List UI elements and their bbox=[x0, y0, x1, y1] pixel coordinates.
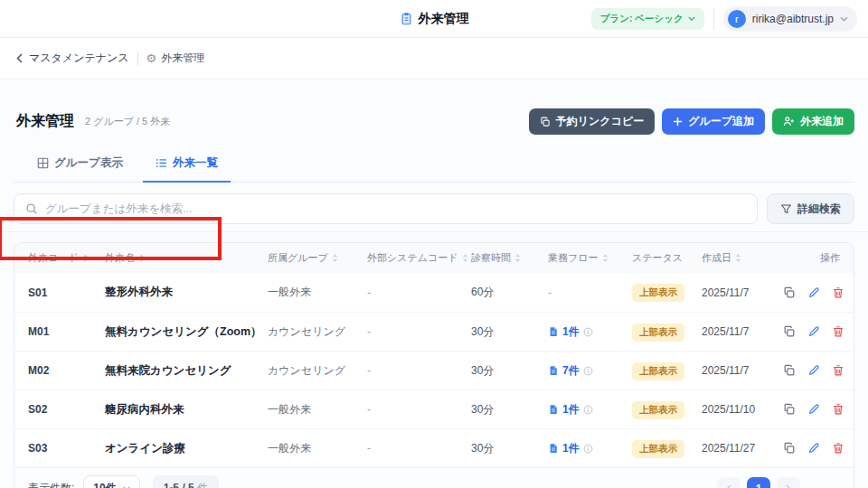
search-box bbox=[14, 193, 758, 224]
copy-row-button[interactable] bbox=[783, 364, 796, 377]
prev-page-button[interactable] bbox=[717, 477, 741, 488]
document-icon bbox=[548, 443, 559, 454]
cell-workflow[interactable]: 1件 bbox=[548, 402, 632, 418]
delete-row-button[interactable] bbox=[832, 403, 844, 416]
grid-icon bbox=[37, 157, 49, 169]
plan-label: プラン: ベーシック bbox=[600, 13, 684, 25]
header-workflow[interactable]: 業務フロー bbox=[548, 251, 632, 265]
tab-outpatient-list-label: 外来一覧 bbox=[173, 155, 218, 171]
header-outpatient-code[interactable]: 外来コード bbox=[28, 251, 105, 265]
copy-reservation-link-label: 予約リンクコピー bbox=[556, 114, 644, 129]
cell-created: 2025/11/7 bbox=[702, 325, 783, 338]
delete-row-button[interactable] bbox=[832, 364, 844, 377]
header-outpatient-name[interactable]: 外来名 bbox=[105, 251, 268, 265]
cell-duration: 60分 bbox=[471, 285, 548, 300]
filter-funnel-icon bbox=[780, 203, 792, 215]
cell-code: M02 bbox=[28, 364, 105, 377]
breadcrumb-back-label: マスタメンテナンス bbox=[29, 51, 129, 66]
cell-created: 2025/11/10 bbox=[702, 403, 783, 416]
edit-row-button[interactable] bbox=[807, 442, 820, 455]
info-icon bbox=[583, 405, 593, 415]
table-footer: 表示件数: 10件 1-5 / 5 件 1 bbox=[14, 467, 854, 488]
copy-reservation-link-button[interactable]: 予約リンクコピー bbox=[529, 108, 655, 135]
info-icon bbox=[583, 327, 593, 337]
breadcrumb-current: ⚙ 外来管理 bbox=[146, 51, 205, 66]
chevron-left-icon bbox=[16, 53, 23, 63]
edit-row-button[interactable] bbox=[807, 286, 820, 299]
cell-group: 一般外来 bbox=[268, 402, 367, 418]
breadcrumb-current-label: 外来管理 bbox=[161, 51, 204, 66]
cell-code: S02 bbox=[28, 403, 105, 416]
search-section: 詳細検索 bbox=[14, 193, 854, 231]
copy-row-button[interactable] bbox=[783, 325, 796, 338]
edit-row-button[interactable] bbox=[807, 364, 820, 377]
cell-name: 整形外科外来 bbox=[105, 285, 268, 300]
cell-group: カウンセリング bbox=[268, 324, 367, 340]
delete-row-button[interactable] bbox=[832, 325, 844, 338]
cell-ext-code: - bbox=[367, 286, 471, 299]
tab-group-view[interactable]: グループ表示 bbox=[24, 147, 136, 183]
cell-duration: 30分 bbox=[471, 441, 548, 456]
table-row: S02 糖尿病内科外来 一般外来 - 30分 1件 上部表示 2025/11/1… bbox=[14, 389, 854, 428]
status-badge: 上部表示 bbox=[632, 324, 684, 342]
cell-ext-code: - bbox=[367, 325, 471, 338]
status-badge: 上部表示 bbox=[632, 440, 684, 458]
cell-duration: 30分 bbox=[471, 324, 548, 340]
header-duration[interactable]: 診察時間 bbox=[471, 251, 548, 265]
chevron-down-icon bbox=[840, 16, 848, 22]
advanced-search-label: 詳細検索 bbox=[797, 202, 841, 217]
pagination: 1 bbox=[717, 477, 840, 488]
cell-group: 一般外来 bbox=[268, 285, 367, 300]
delete-row-button[interactable] bbox=[832, 442, 844, 455]
cell-code: M01 bbox=[28, 325, 105, 338]
plan-badge[interactable]: プラン: ベーシック bbox=[591, 8, 704, 30]
avatar: r bbox=[728, 10, 746, 28]
header-divider bbox=[713, 8, 714, 30]
cell-workflow[interactable]: 1件 bbox=[548, 324, 632, 340]
gear-icon: ⚙ bbox=[146, 52, 157, 64]
table-row: M01 無料カウンセリング（Zoom） カウンセリング - 30分 1件 上部表… bbox=[14, 312, 854, 351]
search-input[interactable] bbox=[45, 202, 746, 215]
add-outpatient-button[interactable]: 外来追加 bbox=[772, 108, 854, 135]
cell-workflow[interactable]: 7件 bbox=[548, 363, 632, 379]
add-group-label: グループ追加 bbox=[688, 114, 754, 129]
user-menu[interactable]: r ririka@aibtrust.jp bbox=[723, 6, 857, 32]
cell-workflow: - bbox=[548, 286, 632, 299]
page-title: 外来管理 bbox=[16, 112, 74, 131]
header-status: ステータス bbox=[632, 251, 702, 265]
edit-row-button[interactable] bbox=[807, 403, 820, 416]
table-header-row: 外来コード 外来名 所属グループ 外部システムコード 診察時間 業務フロー bbox=[14, 243, 854, 273]
add-group-button[interactable]: グループ追加 bbox=[662, 108, 765, 135]
page-1-button[interactable]: 1 bbox=[747, 477, 770, 488]
header-created-date[interactable]: 作成日 bbox=[702, 251, 783, 265]
view-tabs: グループ表示 外来一覧 bbox=[14, 147, 854, 183]
breadcrumb-back-link[interactable]: マスタメンテナンス bbox=[16, 51, 129, 66]
cell-workflow[interactable]: 1件 bbox=[548, 441, 632, 456]
edit-row-button[interactable] bbox=[807, 325, 820, 338]
info-icon bbox=[583, 444, 593, 454]
section-divider bbox=[0, 231, 868, 232]
page-header: 外来管理 2 グループ / 5 外来 予約リンクコピー グループ追加 外来追加 bbox=[14, 108, 854, 135]
delete-row-button[interactable] bbox=[832, 286, 844, 299]
per-page-select[interactable]: 10件 bbox=[83, 475, 139, 488]
header-external-system-code[interactable]: 外部システムコード bbox=[367, 251, 471, 265]
document-icon bbox=[548, 404, 559, 415]
copy-row-button[interactable] bbox=[783, 442, 796, 455]
sort-icon bbox=[332, 253, 338, 263]
copy-row-button[interactable] bbox=[783, 286, 796, 299]
header-group[interactable]: 所属グループ bbox=[268, 251, 367, 265]
chevron-down-icon bbox=[688, 16, 695, 21]
cell-created: 2025/11/7 bbox=[702, 286, 783, 299]
sort-icon bbox=[138, 253, 145, 263]
app-title: 外来管理 bbox=[419, 11, 469, 27]
document-icon bbox=[548, 365, 559, 376]
advanced-search-button[interactable]: 詳細検索 bbox=[767, 193, 854, 224]
header-actions: 操作 bbox=[783, 251, 840, 265]
copy-row-button[interactable] bbox=[783, 403, 796, 416]
cell-created: 2025/11/7 bbox=[702, 364, 783, 377]
person-plus-icon bbox=[783, 116, 795, 127]
document-icon bbox=[548, 326, 559, 337]
tab-outpatient-list[interactable]: 外来一覧 bbox=[143, 147, 231, 183]
next-page-button[interactable] bbox=[777, 477, 800, 488]
cell-ext-code: - bbox=[367, 442, 471, 455]
